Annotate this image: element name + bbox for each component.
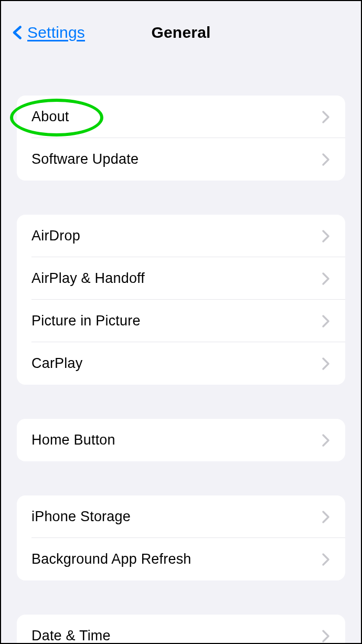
chevron-right-icon <box>321 629 331 643</box>
row-label: Background App Refresh <box>31 551 191 567</box>
chevron-left-icon <box>10 25 25 40</box>
settings-content: About Software Update AirDrop AirPlay & … <box>1 96 361 644</box>
row-airplay-handoff[interactable]: AirPlay & Handoff <box>17 257 345 300</box>
row-software-update[interactable]: Software Update <box>17 138 345 181</box>
row-picture-in-picture[interactable]: Picture in Picture <box>17 300 345 342</box>
back-label: Settings <box>27 24 85 41</box>
row-label: Home Button <box>31 432 115 448</box>
chevron-right-icon <box>321 271 331 286</box>
settings-group-3: Home Button <box>17 419 345 461</box>
row-label: Date & Time <box>31 628 111 644</box>
row-label: About <box>31 109 69 125</box>
row-airdrop[interactable]: AirDrop <box>17 215 345 257</box>
row-label: AirDrop <box>31 228 80 244</box>
nav-header: Settings General <box>1 1 361 64</box>
row-about[interactable]: About <box>17 96 345 138</box>
row-home-button[interactable]: Home Button <box>17 419 345 461</box>
chevron-right-icon <box>321 433 331 448</box>
chevron-right-icon <box>321 356 331 371</box>
settings-group-2: AirDrop AirPlay & Handoff Picture in Pic… <box>17 215 345 385</box>
row-label: AirPlay & Handoff <box>31 270 145 287</box>
row-label: CarPlay <box>31 355 82 372</box>
chevron-right-icon <box>321 229 331 244</box>
settings-group-5: Date & Time <box>17 615 345 644</box>
row-label: Picture in Picture <box>31 313 141 329</box>
chevron-right-icon <box>321 110 331 124</box>
chevron-right-icon <box>321 152 331 167</box>
row-carplay[interactable]: CarPlay <box>17 342 345 385</box>
row-date-time[interactable]: Date & Time <box>17 615 345 644</box>
settings-group-4: iPhone Storage Background App Refresh <box>17 495 345 580</box>
chevron-right-icon <box>321 314 331 329</box>
row-label: iPhone Storage <box>31 509 131 525</box>
chevron-right-icon <box>321 510 331 524</box>
row-background-app-refresh[interactable]: Background App Refresh <box>17 538 345 580</box>
back-button[interactable]: Settings <box>10 24 85 41</box>
chevron-right-icon <box>321 552 331 567</box>
settings-group-1: About Software Update <box>17 96 345 181</box>
page-title: General <box>151 24 210 41</box>
row-label: Software Update <box>31 151 139 167</box>
row-iphone-storage[interactable]: iPhone Storage <box>17 495 345 538</box>
